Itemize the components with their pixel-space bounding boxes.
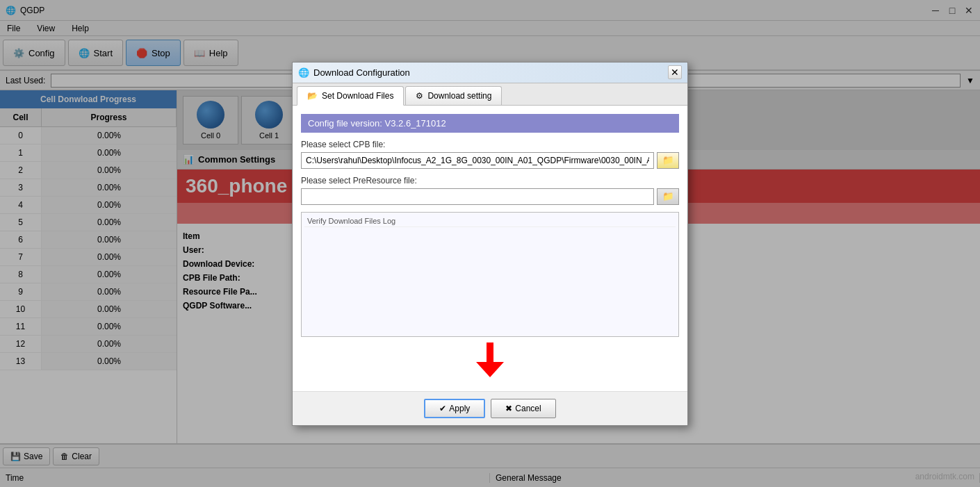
tab-download-setting-label: Download setting (427, 91, 491, 101)
x-icon: ✖ (505, 404, 512, 413)
cpb-input[interactable] (301, 152, 654, 169)
cpb-input-row: 📁 (301, 152, 679, 169)
preresource-browse-button[interactable]: 📁 (657, 188, 679, 205)
config-version-text: Config file version: V3.2.6_171012 (308, 118, 446, 129)
apply-button[interactable]: ✔ Apply (424, 399, 485, 418)
settings-icon: ⚙ (416, 91, 423, 101)
preresource-label: Please select PreResource file: (301, 176, 679, 185)
modal-tabs: 📂 Set Download Files ⚙ Download setting (293, 83, 687, 106)
folder-open-icon: 📁 (662, 155, 674, 165)
download-config-dialog: 🌐 Download Configuration ✕ 📂 Set Downloa… (292, 62, 688, 426)
modal-overlay: 🌐 Download Configuration ✕ 📂 Set Downloa… (0, 0, 980, 487)
checkmark-icon: ✔ (439, 404, 446, 413)
preresource-file-row: Please select PreResource file: 📁 (301, 176, 679, 205)
svg-rect-0 (487, 342, 493, 363)
cpb-browse-button[interactable]: 📁 (657, 152, 679, 169)
cpb-label: Please select CPB file: (301, 140, 679, 149)
arrow-down-svg (473, 342, 507, 377)
folder-icon: 📂 (307, 91, 318, 101)
cancel-label: Cancel (515, 404, 541, 413)
log-area: Verify Download Files Log (301, 212, 679, 337)
modal-body: Config file version: V3.2.6_171012 Pleas… (293, 106, 687, 391)
tab-set-download-label: Set Download Files (322, 91, 393, 101)
preresource-input-row: 📁 (301, 188, 679, 205)
preresource-input[interactable] (301, 188, 654, 205)
folder-browse-icon: 📁 (662, 191, 674, 201)
modal-title-text: Download Configuration (313, 67, 410, 78)
tab-download-setting[interactable]: ⚙ Download setting (405, 86, 502, 105)
modal-title: 🌐 Download Configuration (298, 67, 410, 78)
modal-icon: 🌐 (298, 67, 309, 78)
tab-set-download-files[interactable]: 📂 Set Download Files (297, 86, 404, 106)
modal-footer: ✔ Apply ✖ Cancel (293, 391, 687, 425)
config-version-bar: Config file version: V3.2.6_171012 (301, 114, 679, 133)
cpb-file-row: Please select CPB file: 📁 (301, 140, 679, 169)
apply-label: Apply (449, 404, 470, 413)
red-arrow (301, 337, 679, 383)
svg-marker-1 (476, 362, 504, 377)
modal-close-button[interactable]: ✕ (668, 65, 682, 79)
modal-titlebar: 🌐 Download Configuration ✕ (293, 63, 687, 83)
cancel-button[interactable]: ✖ Cancel (491, 399, 555, 418)
log-header: Verify Download Files Log (304, 215, 676, 227)
